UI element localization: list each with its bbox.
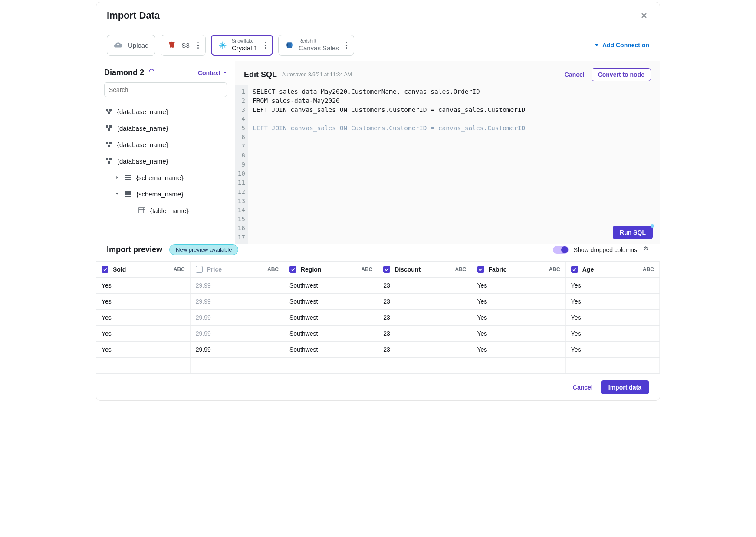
import-data-button[interactable]: Import data [601, 380, 649, 394]
cell-age: Yes [565, 294, 659, 310]
database-item[interactable]: {database_name} [104, 120, 227, 136]
column-header-discount[interactable]: Discount ABC [378, 262, 472, 278]
chevron-down-icon [595, 43, 599, 47]
cell-age: Yes [565, 342, 659, 358]
run-sql-button[interactable]: Run SQL [613, 226, 653, 239]
column-checkbox[interactable] [196, 266, 203, 273]
code-editor[interactable]: 1 2 3 4 5 6 7 8 9 10 11 12 13 14 15 16 1… [235, 85, 660, 244]
svg-rect-17 [125, 179, 131, 180]
column-header-sold[interactable]: Sold ABC [96, 262, 190, 278]
table-row: Yes 29.99 Southwest 23 Yes Yes [96, 326, 660, 342]
cell-region: Southwest [284, 326, 378, 342]
new-preview-pill[interactable]: New preview available [169, 244, 238, 255]
svg-rect-20 [125, 196, 131, 197]
upload-source-button[interactable]: Upload [107, 35, 155, 56]
column-name: Region [301, 266, 321, 273]
editor-cancel-button[interactable]: Cancel [565, 71, 585, 78]
svg-rect-15 [125, 175, 131, 176]
schema-item[interactable]: {schema_name} [115, 186, 227, 202]
modal-title: Import Data [107, 10, 160, 21]
add-connection-button[interactable]: Add Connection [595, 42, 649, 49]
convert-to-node-button[interactable]: Convert to node [592, 68, 651, 81]
cell-price: 29.99 [190, 326, 284, 342]
import-data-modal: Import Data Upload S3 Snowflake Cry [96, 2, 660, 401]
sources-bar: Upload S3 Snowflake Crystal 1 Red [96, 29, 660, 61]
s3-label: S3 [182, 42, 190, 49]
database-icon [105, 108, 113, 115]
cell-age: Yes [565, 326, 659, 342]
database-label: {database_name} [117, 157, 168, 165]
cell-discount: 23 [378, 278, 472, 294]
context-dropdown[interactable]: Context [198, 69, 227, 76]
sidebar-header: Diamond 2 Context [104, 68, 227, 77]
add-connection-label: Add Connection [602, 42, 649, 49]
preview-table-wrap: Sold ABC Price ABC Region ABC [96, 261, 660, 374]
svg-rect-16 [125, 177, 131, 178]
database-label: {database_name} [117, 124, 168, 132]
cell-region: Southwest [284, 278, 378, 294]
database-label: {database_name} [117, 108, 168, 115]
table-item[interactable]: {table_name} [137, 202, 227, 219]
column-type: ABC [549, 266, 560, 272]
cell-age: Yes [565, 278, 659, 294]
column-name: Age [582, 266, 594, 273]
cell-sold: Yes [96, 310, 190, 326]
database-item[interactable]: {database_name} [104, 136, 227, 153]
column-header-fabric[interactable]: Fabric ABC [472, 262, 565, 278]
column-type: ABC [174, 266, 185, 272]
table-row: Yes 29.99 Southwest 23 Yes Yes [96, 310, 660, 326]
column-header-region[interactable]: Region ABC [284, 262, 378, 278]
column-checkbox[interactable] [571, 266, 578, 273]
modal-footer: Cancel Import data [96, 374, 660, 400]
cell-fabric: Yes [472, 326, 565, 342]
schema-icon [124, 190, 132, 198]
column-checkbox[interactable] [477, 266, 484, 273]
snowflake-more-button[interactable] [264, 42, 266, 49]
svg-rect-7 [109, 125, 112, 128]
redshift-more-button[interactable] [346, 42, 348, 49]
column-header-age[interactable]: Age ABC [565, 262, 659, 278]
redshift-type-label: Redshift [299, 38, 339, 44]
cell-price: 29.99 [190, 278, 284, 294]
database-icon [105, 157, 113, 165]
redshift-source-button[interactable]: Redshift Canvas Sales [278, 35, 354, 56]
svg-rect-5 [108, 112, 110, 114]
caret-down-icon [115, 192, 120, 196]
column-checkbox[interactable] [289, 266, 296, 273]
cell-discount: 23 [378, 326, 472, 342]
cell-discount: 23 [378, 310, 472, 326]
column-checkbox[interactable] [383, 266, 390, 273]
svg-rect-12 [106, 158, 108, 160]
show-dropped-toggle[interactable] [553, 246, 569, 254]
code-content[interactable]: SELECT sales-data-May2020.CustomerName, … [248, 85, 660, 244]
expand-preview-button[interactable] [642, 246, 649, 254]
s3-more-button[interactable] [197, 42, 199, 49]
column-name: Fabric [489, 266, 507, 273]
footer-cancel-button[interactable]: Cancel [573, 384, 593, 391]
search-input[interactable] [104, 82, 227, 97]
autosave-text: Autosaved 8/9/21 at 11:34 AM [282, 72, 352, 78]
refresh-button[interactable] [148, 68, 155, 77]
schema-label: {schema_name} [136, 174, 183, 181]
caret-down-icon [223, 71, 227, 75]
database-item[interactable]: {database_name} [104, 103, 227, 120]
column-header-price[interactable]: Price ABC [190, 262, 284, 278]
svg-rect-6 [106, 125, 108, 128]
caret-right-icon [115, 176, 120, 179]
cell-fabric: Yes [472, 294, 565, 310]
dataset-name: Diamond 2 [104, 68, 155, 77]
database-icon [105, 141, 113, 148]
svg-rect-21 [139, 208, 145, 213]
column-name: Discount [394, 266, 421, 273]
s3-source-button[interactable]: S3 [161, 35, 206, 56]
cell-region: Southwest [284, 342, 378, 358]
schema-item[interactable]: {schema_name} [115, 169, 227, 186]
database-item[interactable]: {database_name} [104, 153, 227, 169]
close-button[interactable] [639, 10, 649, 21]
column-name: Sold [113, 266, 126, 273]
cell-region: Southwest [284, 310, 378, 326]
column-checkbox[interactable] [102, 266, 108, 273]
database-icon [105, 124, 113, 132]
cell-fabric: Yes [472, 342, 565, 358]
snowflake-source-button[interactable]: Snowflake Crystal 1 [211, 35, 273, 56]
